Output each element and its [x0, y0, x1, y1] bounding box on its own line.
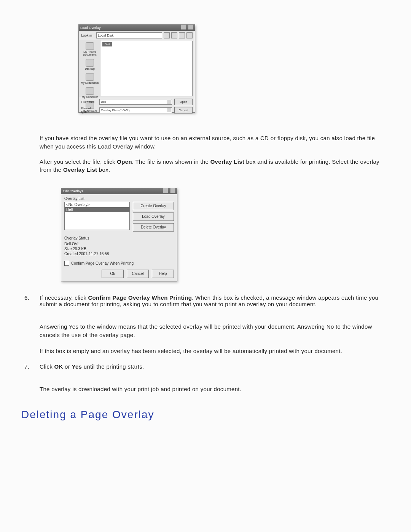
- nav-back-icon[interactable]: [164, 32, 170, 38]
- body-text: If this box is empty and an overlay has …: [40, 347, 390, 355]
- close-icon[interactable]: [188, 24, 193, 30]
- lookin-label: Look in: [81, 34, 95, 37]
- overlay-list-label: Overlay List: [64, 197, 174, 201]
- body-text: If you have stored the overlay file you …: [40, 134, 381, 151]
- documents-icon: [86, 73, 94, 81]
- help-button[interactable]: Help: [152, 270, 174, 278]
- step-6: 6. If necessary, click Confirm Page Over…: [21, 294, 390, 355]
- create-overlay-button[interactable]: Create Overlay: [133, 202, 174, 210]
- sidebar-item[interactable]: My Documents: [81, 73, 99, 84]
- folder-icon: [86, 42, 94, 50]
- filename-field[interactable]: Dell: [99, 99, 172, 105]
- body-text: After you select the file, click Open. T…: [40, 158, 381, 174]
- new-folder-icon[interactable]: [179, 32, 185, 38]
- body-text: Answering Yes to the window means that t…: [40, 323, 390, 339]
- dialog-title: Edit Overlays: [63, 188, 83, 194]
- load-overlay-button[interactable]: Load Overlay: [133, 212, 174, 221]
- sidebar-item[interactable]: My Computer: [82, 87, 98, 98]
- step-7: 7. Click OK or Yes until the printing st…: [21, 363, 390, 393]
- nav-up-icon[interactable]: [171, 32, 177, 38]
- load-overlay-dialog: Load Overlay Look in Local Disk My Recen…: [78, 24, 195, 113]
- file-item[interactable]: Dell: [102, 42, 112, 46]
- places-sidebar: My Recent Documents Desktop My Documents…: [79, 40, 101, 97]
- help-icon[interactable]: [181, 24, 186, 30]
- status-line: Dell.OVL: [64, 241, 174, 246]
- list-item[interactable]: <No Overlay>: [65, 202, 129, 207]
- file-list-pane[interactable]: Dell: [101, 41, 193, 96]
- delete-overlay-button[interactable]: Delete Overlay: [133, 223, 174, 232]
- body-text: The overlay is downloaded with your prin…: [40, 385, 390, 393]
- confirm-overlay-checkbox[interactable]: [64, 261, 69, 266]
- dialog-title: Load Overlay: [80, 25, 101, 31]
- lookin-combo[interactable]: Local Disk: [96, 32, 162, 38]
- open-button[interactable]: Open: [174, 99, 193, 105]
- confirm-overlay-label: Confirm Page Overlay When Printing: [71, 261, 134, 265]
- status-line: Size 26.3 KB: [64, 246, 174, 251]
- list-item[interactable]: Dell: [65, 207, 129, 212]
- filetype-combo[interactable]: Overlay Files (*.OVL): [99, 107, 172, 113]
- view-menu-icon[interactable]: [186, 32, 193, 38]
- edit-overlays-dialog: Edit Overlays Overlay List <No Overlay> …: [61, 188, 177, 281]
- status-line: Created 2001-11-27 16:58: [64, 251, 174, 256]
- dialog-titlebar: Edit Overlays: [61, 188, 177, 194]
- filetype-label: Files of type: [81, 107, 97, 113]
- dialog-titlebar: Load Overlay: [79, 25, 195, 31]
- section-heading: Deleting a Page Overlay: [21, 409, 390, 421]
- close-icon[interactable]: [170, 188, 175, 193]
- sidebar-item[interactable]: Desktop: [85, 59, 95, 70]
- overlay-list[interactable]: <No Overlay> Dell: [64, 202, 130, 230]
- filename-label: File name: [81, 100, 97, 104]
- cancel-button[interactable]: Cancel: [127, 270, 149, 278]
- sidebar-item[interactable]: My Recent Documents: [79, 42, 101, 56]
- desktop-icon: [86, 59, 94, 67]
- help-icon[interactable]: [163, 188, 168, 193]
- computer-icon: [86, 87, 94, 95]
- cancel-button[interactable]: Cancel: [174, 107, 193, 113]
- overlay-status-label: Overlay Status: [64, 236, 174, 240]
- ok-button[interactable]: Ok: [102, 270, 124, 278]
